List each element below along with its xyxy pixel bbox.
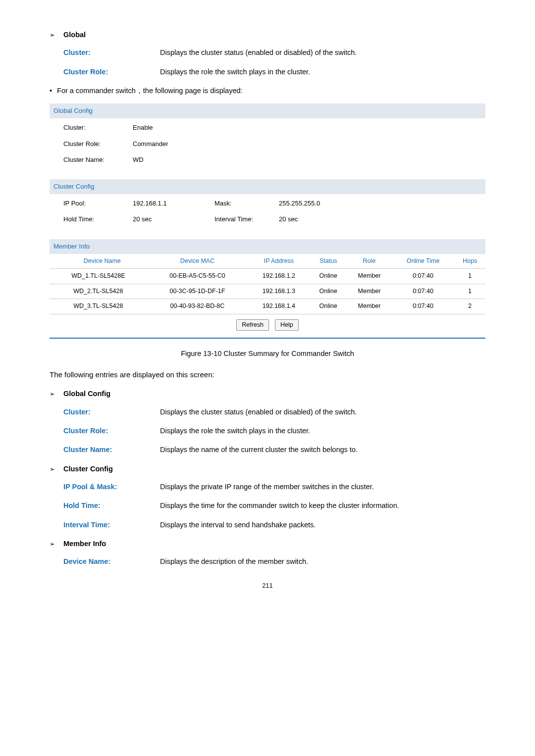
- page-number: 211: [50, 581, 485, 590]
- ss-interval-time-label: Interval Time:: [214, 215, 279, 224]
- cluster-config-heading: Cluster Config: [63, 464, 113, 474]
- table-cell: Member: [347, 299, 392, 314]
- ss-cluster-name-label: Cluster Name:: [63, 155, 133, 164]
- table-cell: 192.168.1.3: [248, 284, 310, 299]
- ss-mask-value: 255.255.255.0: [279, 199, 338, 208]
- table-row: WD_2.TL-SL542800-3C-95-1D-DF-1F192.168.1…: [50, 284, 485, 299]
- gc-cluster-name-desc: Displays the name of the current cluster…: [160, 445, 485, 454]
- ss-hold-time-value: 20 sec: [133, 215, 214, 224]
- gc-cluster-desc: Displays the cluster status (enabled or …: [160, 407, 485, 417]
- table-cell: Online: [310, 269, 347, 284]
- figure-caption: Figure 13-10 Cluster Summary for Command…: [50, 349, 485, 358]
- mi-device-name-term: Device Name:: [63, 556, 160, 566]
- cluster-role-term: Cluster Role:: [63, 67, 160, 77]
- table-row: WD_3.TL-SL542800-40-93-82-BD-8C192.168.1…: [50, 299, 485, 314]
- arrow-bullet-icon: ➢: [50, 390, 63, 399]
- global-config-header: Global Config: [50, 103, 485, 118]
- refresh-button[interactable]: Refresh: [236, 319, 269, 331]
- cc-hold-time-term: Hold Time:: [63, 501, 160, 510]
- table-cell: 0:07:40: [392, 269, 454, 284]
- table-cell: 192.168.1.4: [248, 299, 310, 314]
- th-device-name: Device Name: [50, 254, 147, 269]
- ss-interval-time-value: 20 sec: [279, 215, 338, 224]
- table-cell: Online: [310, 299, 347, 314]
- ss-hold-time-label: Hold Time:: [63, 215, 133, 224]
- cluster-summary-screenshot: Global Config Cluster: Enable Cluster Ro…: [50, 103, 485, 333]
- th-device-mac: Device MAC: [147, 254, 248, 269]
- ss-cluster-role-value: Commander: [133, 140, 214, 149]
- ss-ip-pool-value: 192.168.1.1: [133, 199, 214, 208]
- cc-ip-pool-desc: Displays the private IP range of the mem…: [160, 482, 485, 492]
- member-info-heading: Member Info: [63, 539, 106, 549]
- cluster-role-desc: Displays the role the switch plays in th…: [160, 67, 485, 77]
- ss-cluster-label: Cluster:: [63, 123, 133, 132]
- gc-cluster-role-term: Cluster Role:: [63, 426, 160, 436]
- cc-interval-time-term: Interval Time:: [63, 520, 160, 530]
- table-cell: 1: [454, 284, 485, 299]
- table-cell: Member: [347, 269, 392, 284]
- separator-line: [50, 338, 485, 339]
- cc-ip-pool-term: IP Pool & Mask:: [63, 482, 160, 492]
- cluster-term: Cluster:: [63, 48, 160, 57]
- cc-interval-time-desc: Displays the interval to send handshake …: [160, 520, 485, 530]
- ss-ip-pool-label: IP Pool:: [63, 199, 133, 208]
- th-ip-address: IP Address: [248, 254, 310, 269]
- ss-cluster-value: Enable: [133, 123, 214, 132]
- table-cell: 00-3C-95-1D-DF-1F: [147, 284, 248, 299]
- ss-cluster-role-label: Cluster Role:: [63, 140, 133, 149]
- cc-hold-time-desc: Displays the time for the commander swit…: [160, 501, 485, 510]
- gc-cluster-term: Cluster:: [63, 407, 160, 417]
- table-row: WD_1.TL-SL5428E00-EB-A5-C5-55-C0192.168.…: [50, 269, 485, 284]
- gc-cluster-role-desc: Displays the role the switch plays in th…: [160, 426, 485, 436]
- table-cell: 0:07:40: [392, 284, 454, 299]
- table-cell: Online: [310, 284, 347, 299]
- ss-mask-label: Mask:: [214, 199, 279, 208]
- global-config-heading: Global Config: [63, 389, 110, 399]
- arrow-bullet-icon: ➢: [50, 31, 63, 40]
- help-button[interactable]: Help: [275, 319, 299, 331]
- table-cell: 00-40-93-82-BD-8C: [147, 299, 248, 314]
- th-role: Role: [347, 254, 392, 269]
- mi-device-name-desc: Displays the description of the member s…: [160, 556, 485, 566]
- global-heading: Global: [63, 30, 86, 40]
- gc-cluster-name-term: Cluster Name:: [63, 445, 160, 454]
- arrow-bullet-icon: ➢: [50, 465, 63, 474]
- table-cell: 192.168.1.2: [248, 269, 310, 284]
- member-info-header: Member Info: [50, 239, 485, 254]
- table-cell: WD_1.TL-SL5428E: [50, 269, 147, 284]
- cluster-config-header: Cluster Config: [50, 179, 485, 194]
- ss-cluster-name-value: WD: [133, 155, 214, 164]
- cluster-desc: Displays the cluster status (enabled or …: [160, 48, 485, 57]
- member-info-table: Device Name Device MAC IP Address Status…: [50, 254, 485, 314]
- table-cell: WD_3.TL-SL5428: [50, 299, 147, 314]
- table-cell: Member: [347, 284, 392, 299]
- th-online-time: Online Time: [392, 254, 454, 269]
- table-cell: 0:07:40: [392, 299, 454, 314]
- table-cell: 2: [454, 299, 485, 314]
- th-hops: Hops: [454, 254, 485, 269]
- entries-intro: The following entries are displayed on t…: [50, 369, 485, 380]
- commander-intro-line: For a commander switch，the following pag…: [50, 86, 485, 96]
- arrow-bullet-icon: ➢: [50, 540, 63, 549]
- table-cell: 00-EB-A5-C5-55-C0: [147, 269, 248, 284]
- th-status: Status: [310, 254, 347, 269]
- table-cell: 1: [454, 269, 485, 284]
- table-cell: WD_2.TL-SL5428: [50, 284, 147, 299]
